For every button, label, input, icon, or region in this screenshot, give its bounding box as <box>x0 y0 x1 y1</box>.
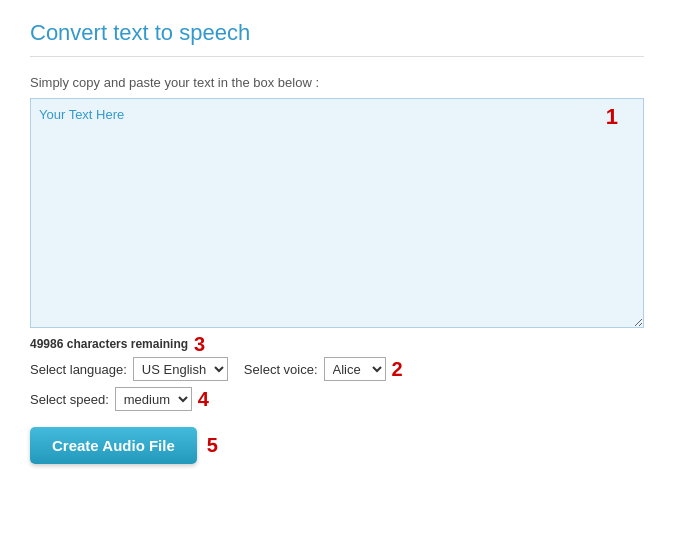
text-input[interactable]: Your Text Here <box>30 98 644 328</box>
speed-row: Select speed: slow medium fast 4 <box>30 387 644 411</box>
annotation-5: 5 <box>207 434 218 457</box>
annotation-2: 2 <box>392 358 403 381</box>
page-container: Convert text to speech Simply copy and p… <box>0 0 674 484</box>
instruction-text: Simply copy and paste your text in the b… <box>30 75 644 90</box>
language-select[interactable]: US English UK English French German Span… <box>133 357 228 381</box>
annotation-3: 3 <box>194 333 205 356</box>
voice-label: Select voice: <box>244 362 318 377</box>
char-count-row: 49986 characters remaining 3 <box>30 331 644 357</box>
textarea-wrapper: Your Text Here 1 <box>30 98 644 331</box>
btn-row: Create Audio File 5 <box>30 427 644 464</box>
annotation-4: 4 <box>198 388 209 411</box>
language-label: Select language: <box>30 362 127 377</box>
speed-select[interactable]: slow medium fast <box>115 387 192 411</box>
create-audio-button[interactable]: Create Audio File <box>30 427 197 464</box>
char-count: 49986 characters remaining <box>30 337 188 351</box>
language-group: Select language: US English UK English F… <box>30 357 228 381</box>
lang-voice-row: Select language: US English UK English F… <box>30 357 644 381</box>
annotation-1: 1 <box>606 104 618 130</box>
voice-select[interactable]: Alice Bob Carol Dave <box>324 357 386 381</box>
page-title: Convert text to speech <box>30 20 644 57</box>
voice-group: Select voice: Alice Bob Carol Dave 2 <box>244 357 403 381</box>
speed-label: Select speed: <box>30 392 109 407</box>
